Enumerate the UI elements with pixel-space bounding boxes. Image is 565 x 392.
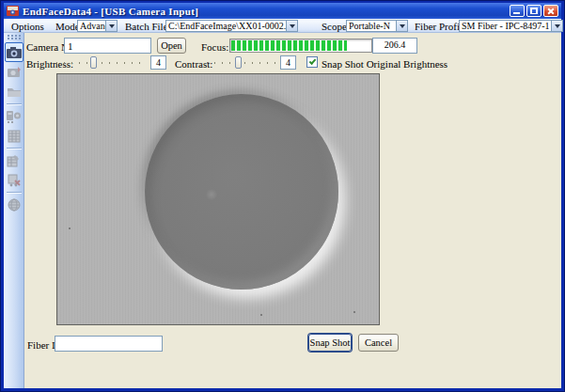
folder-icon[interactable] — [5, 82, 24, 102]
delete-icon[interactable] — [5, 170, 24, 190]
app-window: EndFaceData4 - [USB Camera Input] Option… — [0, 0, 565, 392]
option-bar: Options Mode: Advanced Batch File: C:\En… — [4, 19, 561, 33]
slider-ticks — [56, 62, 147, 64]
toolbar-separator — [7, 192, 22, 193]
globe-icon[interactable] — [5, 195, 24, 214]
maximize-button[interactable] — [526, 5, 541, 17]
left-toolbar — [4, 33, 24, 388]
contrast-slider[interactable] — [205, 56, 278, 70]
toolbar-separator — [7, 148, 22, 149]
fiber-id-input[interactable] — [55, 336, 163, 352]
fiber-endface-circle — [145, 94, 338, 290]
capture-icon[interactable] — [5, 62, 24, 82]
toolbar-gripper[interactable] — [8, 35, 21, 39]
camera-settings-icon[interactable] — [5, 106, 24, 126]
fiber-profile-select[interactable]: SM Fiber - IPC-8497-1 — [459, 20, 563, 32]
batch-file-select[interactable]: C:\EndFaceImage\XX01-0002.FIA — [165, 20, 298, 32]
focus-value: 206.4 — [372, 38, 417, 54]
mode-select[interactable]: Advanced — [77, 20, 118, 32]
chevron-down-icon[interactable] — [551, 21, 562, 31]
report-grid-icon[interactable] — [5, 126, 24, 146]
minimize-button[interactable] — [510, 5, 525, 17]
open-button[interactable]: Open — [157, 38, 186, 54]
check-icon — [309, 57, 317, 65]
scope-select[interactable]: Portable-N — [346, 20, 408, 32]
fiber-core-dot — [206, 189, 217, 200]
batch-file-label: Batch File: — [125, 21, 171, 32]
camera-icon[interactable] — [5, 42, 24, 62]
chevron-down-icon[interactable] — [105, 21, 117, 31]
brightness-value: 4 — [150, 55, 166, 70]
dust-speck — [260, 314, 262, 316]
slider-ticks — [207, 62, 276, 64]
close-button[interactable] — [543, 5, 558, 17]
edit-grid-icon[interactable] — [5, 150, 24, 170]
chevron-down-icon[interactable] — [286, 21, 297, 31]
app-icon — [7, 5, 19, 17]
snapshot-original-checkbox[interactable] — [306, 56, 318, 68]
snapshot-original-label: Snap Shot Original Brightness — [322, 58, 447, 70]
focus-progress-bar — [229, 39, 372, 53]
dust-speck — [353, 311, 355, 313]
brightness-slider-thumb[interactable] — [90, 56, 97, 69]
client-area: Camera No.: Open Focus: 206.4 Brightness… — [24, 33, 561, 388]
menu-options[interactable]: Options — [11, 21, 44, 32]
brightness-slider[interactable] — [55, 56, 149, 70]
contrast-value: 4 — [280, 55, 296, 70]
toolbar-separator — [7, 103, 22, 104]
camera-image-view — [56, 73, 380, 325]
dust-speck — [69, 227, 71, 229]
contrast-slider-thumb[interactable] — [235, 56, 242, 69]
chevron-down-icon[interactable] — [396, 21, 407, 31]
focus-label: Focus: — [201, 41, 228, 53]
window-title: EndFaceData4 - [USB Camera Input] — [23, 6, 198, 17]
snap-shot-button[interactable]: Snap Shot — [308, 334, 352, 352]
focus-progress-fill — [231, 40, 347, 51]
title-bar: EndFaceData4 - [USB Camera Input] — [4, 3, 561, 19]
camera-no-input[interactable] — [64, 38, 151, 54]
cancel-button[interactable]: Cancel — [358, 334, 399, 352]
